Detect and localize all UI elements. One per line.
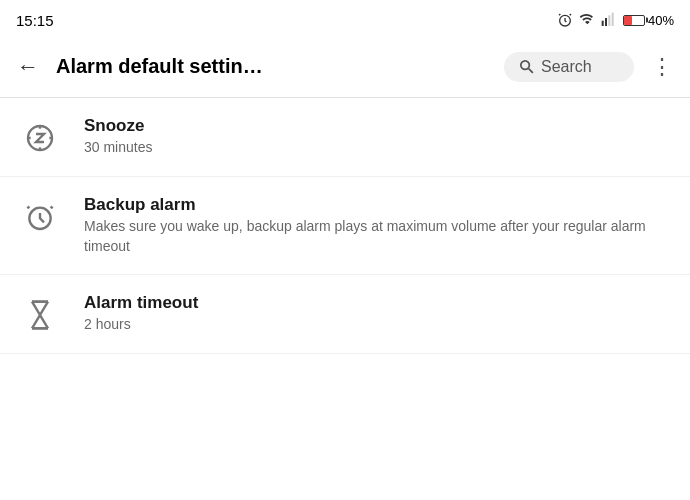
battery-percent: 40% <box>648 13 674 28</box>
svg-rect-3 <box>608 15 610 26</box>
snooze-subtitle: 30 minutes <box>84 138 670 158</box>
more-icon: ⋮ <box>651 54 674 80</box>
back-icon: ← <box>17 54 39 80</box>
wifi-icon <box>579 12 595 28</box>
search-icon <box>518 58 535 75</box>
status-icons: 40% <box>557 12 674 28</box>
page-title: Alarm default settin… <box>56 55 496 78</box>
signal-icon <box>601 12 617 28</box>
backup-alarm-subtitle: Makes sure you wake up, backup alarm pla… <box>84 217 670 256</box>
alarm-timeout-icon <box>20 295 60 335</box>
snooze-content: Snooze 30 minutes <box>84 116 670 158</box>
app-bar: ← Alarm default settin… Search ⋮ <box>0 36 690 98</box>
alarm-status-icon <box>557 12 573 28</box>
alarm-timeout-item[interactable]: Alarm timeout 2 hours <box>0 275 690 354</box>
more-options-button[interactable]: ⋮ <box>642 47 682 87</box>
backup-alarm-icon <box>20 197 60 237</box>
search-button[interactable]: Search <box>504 52 634 82</box>
alarm-timeout-content: Alarm timeout 2 hours <box>84 293 670 335</box>
status-time: 15:15 <box>16 12 54 29</box>
settings-list: Snooze 30 minutes Backup alarm Makes sur… <box>0 98 690 354</box>
svg-line-6 <box>529 69 533 73</box>
search-label: Search <box>541 58 592 76</box>
snooze-title: Snooze <box>84 116 670 136</box>
backup-alarm-content: Backup alarm Makes sure you wake up, bac… <box>84 195 670 256</box>
backup-alarm-item[interactable]: Backup alarm Makes sure you wake up, bac… <box>0 177 690 275</box>
snooze-icon <box>20 118 60 158</box>
back-button[interactable]: ← <box>8 47 48 87</box>
svg-rect-4 <box>612 13 614 26</box>
battery-indicator: 40% <box>623 13 674 28</box>
alarm-timeout-title: Alarm timeout <box>84 293 670 313</box>
svg-point-5 <box>521 61 530 70</box>
svg-rect-2 <box>605 18 607 26</box>
svg-rect-1 <box>602 21 604 26</box>
status-bar: 15:15 <box>0 0 690 36</box>
backup-alarm-title: Backup alarm <box>84 195 670 215</box>
alarm-timeout-subtitle: 2 hours <box>84 315 670 335</box>
battery-icon <box>623 15 645 26</box>
snooze-item[interactable]: Snooze 30 minutes <box>0 98 690 177</box>
